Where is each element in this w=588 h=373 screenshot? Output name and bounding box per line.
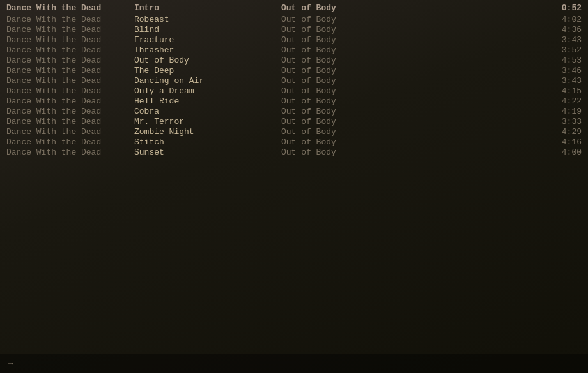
table-row[interactable]: Dance With the DeadThe DeepOut of Body3:… — [0, 65, 588, 75]
track-artist: Dance With the Dead — [6, 86, 134, 96]
track-album: Out of Body — [281, 127, 543, 137]
track-duration: 4:15 — [543, 86, 582, 96]
track-album: Out of Body — [281, 107, 543, 116]
track-duration: 4:16 — [543, 137, 582, 147]
header-title: Intro — [134, 3, 281, 13]
table-row[interactable]: Dance With the DeadThrasherOut of Body3:… — [0, 45, 588, 55]
track-duration: 3:43 — [543, 35, 582, 45]
track-title: Cobra — [134, 107, 281, 116]
track-artist: Dance With the Dead — [6, 148, 134, 157]
track-duration: 3:43 — [543, 76, 582, 86]
track-album: Out of Body — [281, 86, 543, 96]
track-title: Zombie Night — [134, 127, 281, 137]
track-duration: 3:33 — [543, 117, 582, 126]
track-album: Out of Body — [281, 137, 543, 147]
header-duration: 0:52 — [543, 3, 582, 13]
track-album: Out of Body — [281, 76, 543, 86]
track-title: Dancing on Air — [134, 76, 281, 86]
header-artist: Dance With the Dead — [6, 3, 134, 13]
track-title: The Deep — [134, 66, 281, 75]
track-list-header: Dance With the Dead Intro Out of Body 0:… — [0, 3, 588, 13]
track-artist: Dance With the Dead — [6, 56, 134, 65]
track-duration: 4:29 — [543, 127, 582, 137]
bottom-bar: → — [0, 354, 588, 373]
track-album: Out of Body — [281, 66, 543, 75]
table-row[interactable]: Dance With the DeadBlindOut of Body4:36 — [0, 24, 588, 34]
track-title: Robeast — [134, 15, 281, 24]
track-album: Out of Body — [281, 35, 543, 45]
track-artist: Dance With the Dead — [6, 25, 134, 34]
table-row[interactable]: Dance With the DeadFractureOut of Body3:… — [0, 34, 588, 45]
track-artist: Dance With the Dead — [6, 15, 134, 24]
table-row[interactable]: Dance With the DeadStitchOut of Body4:16 — [0, 137, 588, 147]
track-duration: 4:53 — [543, 56, 582, 65]
track-title: Only a Dream — [134, 86, 281, 96]
track-duration: 4:00 — [543, 148, 582, 157]
table-row[interactable]: Dance With the DeadSunsetOut of Body4:00 — [0, 147, 588, 157]
track-album: Out of Body — [281, 96, 543, 106]
track-artist: Dance With the Dead — [6, 76, 134, 86]
track-title: Stitch — [134, 137, 281, 147]
track-duration: 4:36 — [543, 25, 582, 34]
table-row[interactable]: Dance With the DeadRobeastOut of Body4:0… — [0, 14, 588, 24]
track-duration: 3:46 — [543, 66, 582, 75]
track-duration: 4:22 — [543, 96, 582, 106]
table-row[interactable]: Dance With the DeadHell RideOut of Body4… — [0, 96, 588, 106]
track-artist: Dance With the Dead — [6, 35, 134, 45]
track-title: Out of Body — [134, 56, 281, 65]
track-artist: Dance With the Dead — [6, 137, 134, 147]
table-row[interactable]: Dance With the DeadDancing on AirOut of … — [0, 75, 588, 86]
track-album: Out of Body — [281, 25, 543, 34]
track-album: Out of Body — [281, 117, 543, 126]
track-album: Out of Body — [281, 56, 543, 65]
table-row[interactable]: Dance With the DeadZombie NightOut of Bo… — [0, 126, 588, 137]
track-album: Out of Body — [281, 148, 543, 157]
track-title: Hell Ride — [134, 96, 281, 106]
table-row[interactable]: Dance With the DeadCobraOut of Body4:19 — [0, 106, 588, 116]
track-title: Mr. Terror — [134, 117, 281, 126]
track-list: Dance With the Dead Intro Out of Body 0:… — [0, 0, 588, 160]
table-row[interactable]: Dance With the DeadOnly a DreamOut of Bo… — [0, 86, 588, 96]
track-artist: Dance With the Dead — [6, 127, 134, 137]
header-album: Out of Body — [281, 3, 543, 13]
track-artist: Dance With the Dead — [6, 107, 134, 116]
track-duration: 4:02 — [543, 15, 582, 24]
table-row[interactable]: Dance With the DeadOut of BodyOut of Bod… — [0, 55, 588, 65]
track-artist: Dance With the Dead — [6, 66, 134, 75]
track-album: Out of Body — [281, 15, 543, 24]
track-artist: Dance With the Dead — [6, 117, 134, 126]
track-duration: 4:19 — [543, 107, 582, 116]
track-title: Thrasher — [134, 45, 281, 55]
track-album: Out of Body — [281, 45, 543, 55]
track-title: Blind — [134, 25, 281, 34]
track-duration: 3:52 — [543, 45, 582, 55]
track-title: Fracture — [134, 35, 281, 45]
table-row[interactable]: Dance With the DeadMr. TerrorOut of Body… — [0, 116, 588, 126]
track-title: Sunset — [134, 148, 281, 157]
track-artist: Dance With the Dead — [6, 96, 134, 106]
arrow-icon: → — [8, 358, 13, 369]
track-artist: Dance With the Dead — [6, 45, 134, 55]
